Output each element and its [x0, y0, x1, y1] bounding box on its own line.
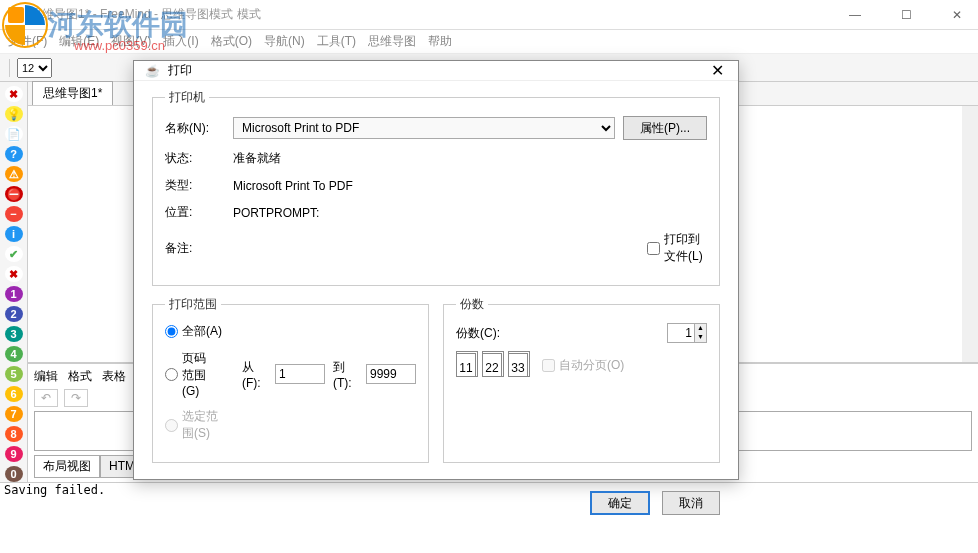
menu-help[interactable]: 帮助 — [428, 33, 452, 50]
check-icon[interactable]: ✔ — [5, 246, 23, 262]
where-value: PORTPROMPT: — [233, 206, 707, 220]
where-label: 位置: — [165, 204, 225, 221]
priority-8-icon[interactable]: 8 — [5, 426, 23, 442]
priority-9-icon[interactable]: 9 — [5, 446, 23, 462]
bottom-tab-table[interactable]: 表格 — [102, 368, 126, 385]
redo-button[interactable]: ↷ — [64, 389, 88, 407]
from-label: 从(F): — [242, 359, 267, 390]
range-selection-radio: 选定范围(S) — [165, 408, 225, 442]
priority-1-icon[interactable]: 1 — [5, 286, 23, 302]
copies-label: 份数(C): — [456, 325, 500, 342]
menu-mindmap[interactable]: 思维导图 — [368, 33, 416, 50]
priority-6-icon[interactable]: 6 — [5, 386, 23, 402]
print-dialog: ☕ 打印 ✕ 打印机 名称(N): Microsoft Print to PDF… — [133, 60, 739, 480]
collate-checkbox: 自动分页(O) — [542, 357, 624, 374]
stop-icon[interactable]: ⛔ — [5, 186, 23, 202]
warning-icon[interactable]: ⚠ — [5, 166, 23, 182]
bottom-tab-format[interactable]: 格式 — [68, 368, 92, 385]
font-size-select[interactable]: 12 — [17, 58, 52, 78]
cancel-button[interactable]: 取消 — [662, 491, 720, 515]
undo-button[interactable]: ↶ — [34, 389, 58, 407]
close-button[interactable]: ✕ — [944, 8, 970, 22]
priority-7-icon[interactable]: 7 — [5, 406, 23, 422]
status-label: 状态: — [165, 150, 225, 167]
comment-label: 备注: — [165, 240, 225, 257]
spin-down[interactable]: ▼ — [695, 333, 706, 342]
tab-mindmap1[interactable]: 思维导图1* — [32, 81, 113, 105]
print-to-file-checkbox[interactable]: 打印到文件(L) — [647, 231, 707, 265]
printer-properties-button[interactable]: 属性(P)... — [623, 116, 707, 140]
menu-nav[interactable]: 导航(N) — [264, 33, 305, 50]
note-icon[interactable]: 📄 — [5, 126, 23, 142]
bottom-tab-edit[interactable]: 编辑 — [34, 368, 58, 385]
help-icon[interactable]: ? — [5, 146, 23, 162]
printer-group: 打印机 名称(N): Microsoft Print to PDF 属性(P).… — [152, 89, 720, 286]
copies-legend: 份数 — [456, 296, 488, 313]
type-label: 类型: — [165, 177, 225, 194]
to-input[interactable] — [366, 364, 416, 384]
menu-format[interactable]: 格式(O) — [211, 33, 252, 50]
watermark-url: www.pc0359.cn — [74, 38, 165, 53]
priority-2-icon[interactable]: 2 — [5, 306, 23, 322]
dialog-title: 打印 — [168, 62, 192, 79]
bulb-icon[interactable]: 💡 — [5, 106, 23, 122]
java-icon: ☕ — [144, 63, 160, 79]
range-all-radio[interactable]: 全部(A) — [165, 323, 225, 340]
icon-sidebar: ✖ 💡 📄 ? ⚠ ⛔ − i ✔ ✖ 1 2 3 4 5 6 7 8 9 0 — [0, 82, 28, 482]
menu-tools[interactable]: 工具(T) — [317, 33, 356, 50]
maximize-button[interactable]: ☐ — [893, 8, 920, 22]
printer-select[interactable]: Microsoft Print to PDF — [233, 117, 615, 139]
type-value: Microsoft Print To PDF — [233, 179, 707, 193]
to-label: 到(T): — [333, 359, 358, 390]
cross-icon[interactable]: ✖ — [5, 266, 23, 282]
minimize-button[interactable]: — — [841, 8, 869, 22]
copies-spinner[interactable]: ▲▼ — [667, 323, 707, 343]
status-value: 准备就绪 — [233, 150, 707, 167]
range-group: 打印范围 全部(A) 页码范围(G) 从(F): 到(T): 选定范围(S) — [152, 296, 429, 463]
from-input[interactable] — [275, 364, 325, 384]
priority-5-icon[interactable]: 5 — [5, 366, 23, 382]
watermark-logo — [2, 2, 48, 48]
ok-button[interactable]: 确定 — [590, 491, 650, 515]
view-tab-layout[interactable]: 布局视图 — [34, 455, 100, 478]
range-pages-radio[interactable]: 页码范围(G) — [165, 350, 214, 398]
info-icon[interactable]: i — [5, 226, 23, 242]
priority-3-icon[interactable]: 3 — [5, 326, 23, 342]
range-legend: 打印范围 — [165, 296, 221, 313]
priority-0-icon[interactable]: 0 — [5, 466, 23, 482]
printer-name-label: 名称(N): — [165, 120, 225, 137]
collate-page-icon: 33 — [508, 353, 528, 377]
collate-page-icon: 11 — [456, 353, 476, 377]
spin-up[interactable]: ▲ — [695, 324, 706, 333]
priority-4-icon[interactable]: 4 — [5, 346, 23, 362]
copies-group: 份数 份数(C): ▲▼ 11 22 33 自动分页(O) — [443, 296, 720, 463]
minus-icon[interactable]: − — [5, 206, 23, 222]
dialog-close-button[interactable]: ✕ — [707, 61, 728, 80]
delete-icon[interactable]: ✖ — [5, 86, 23, 102]
printer-legend: 打印机 — [165, 89, 209, 106]
collate-page-icon: 22 — [482, 353, 502, 377]
